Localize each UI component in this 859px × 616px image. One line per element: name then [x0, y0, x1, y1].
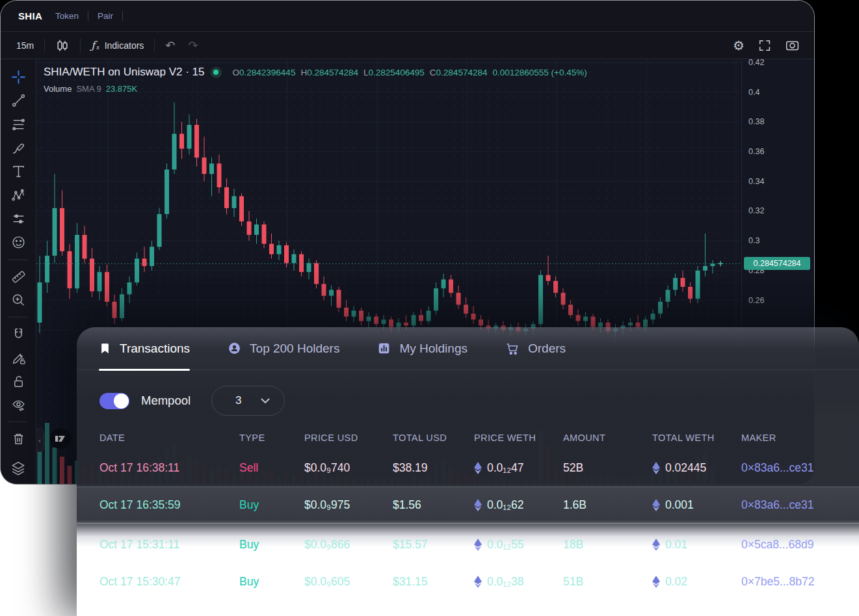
divider — [122, 11, 123, 21]
draw-lock-tool[interactable] — [9, 349, 27, 366]
ruler-tool[interactable] — [9, 267, 27, 285]
price-tick: 0.4 — [748, 88, 760, 97]
table-row[interactable]: Oct 17 16:38:11 Sell $0.0₉740 $38.19 0.0… — [77, 449, 859, 487]
emoji-tool[interactable] — [9, 234, 27, 251]
hide-drawings-tool[interactable] — [9, 396, 27, 414]
zoom-in-tool[interactable] — [9, 291, 27, 309]
col-amount[interactable]: AMOUNT — [563, 433, 652, 443]
chevron-down-icon — [261, 398, 270, 404]
holders-badge-icon — [228, 341, 241, 355]
table-row[interactable]: Oct 17 15:30:47 Buy $0.0₉605 $31.15 0.0₁… — [77, 563, 859, 600]
fullscreen-icon[interactable] — [758, 38, 772, 53]
tab-token[interactable]: Token — [55, 11, 79, 21]
price-tick: 0.32 — [748, 206, 764, 215]
remove-drawings-tool[interactable] — [9, 430, 27, 448]
undo-button[interactable]: ↶ — [159, 38, 181, 53]
volume-legend: Volume SMA 9 23.875K — [44, 84, 137, 94]
chart-toolbar: 15m ƒx Indicators ↶ ↷ ⚙ — [1, 32, 814, 59]
brush-tool[interactable] — [9, 139, 27, 157]
change-value: 0.0012860555 (+0.45%) — [492, 68, 587, 77]
object-tree-tool[interactable] — [9, 460, 27, 477]
tradingview-logo — [49, 427, 72, 449]
eth-icon — [652, 539, 660, 551]
pair-title: SHIA/WETH on Uniswap V2 · 15 — [44, 66, 205, 79]
tab-transactions[interactable]: Transactions — [99, 327, 190, 369]
col-price-usd[interactable]: PRICE USD — [304, 433, 393, 443]
panel-tabs: Transactions Top 200 Holders My Holdings… — [77, 327, 859, 370]
tab-my-holdings[interactable]: My Holdings — [377, 327, 468, 369]
col-date[interactable]: DATE — [99, 433, 239, 443]
pattern-xabcd-tool[interactable] — [9, 187, 27, 204]
price-tick: 0.38 — [748, 117, 764, 126]
fib-lines-tool[interactable] — [9, 116, 27, 133]
col-total-usd[interactable]: TOTAL USD — [393, 433, 474, 443]
prediction-tool[interactable] — [9, 210, 27, 228]
price-tick: 0.42 — [748, 58, 764, 67]
col-type[interactable]: TYPE — [239, 433, 304, 443]
rows-count-select[interactable]: 3 — [211, 386, 285, 416]
price-tick: 0.26 — [748, 296, 764, 305]
chart-legend: SHIA/WETH on Uniswap V2 · 15 O0.28423964… — [44, 66, 587, 79]
holdings-chart-icon — [377, 341, 391, 355]
market-status-icon[interactable] — [211, 67, 222, 78]
mempool-label: Mempool — [141, 394, 191, 408]
title-bar: SHIA Token Pair — [1, 1, 814, 32]
panel-controls: Mempool 3 — [99, 386, 859, 416]
maker-address-link[interactable]: 0×5ca8...68d9 — [741, 538, 849, 552]
tab-pair[interactable]: Pair — [98, 11, 113, 21]
col-price-weth[interactable]: PRICE WETH — [474, 433, 563, 443]
eth-icon — [474, 539, 482, 551]
candles-icon — [55, 38, 70, 53]
bookmark-icon — [99, 341, 111, 355]
table-row[interactable]: Oct 17 15:31:11 Buy $0.0₉866 $15.57 0.0₁… — [77, 526, 859, 563]
mempool-toggle[interactable] — [99, 393, 129, 409]
eth-icon — [652, 576, 660, 588]
price-tick: 0.3 — [748, 236, 760, 245]
maker-address-link[interactable]: 0×83a6...ce31 — [741, 498, 849, 512]
fx-icon: ƒ — [91, 39, 95, 51]
maker-address-link[interactable]: 0×83a6...ce31 — [741, 461, 849, 475]
table-row[interactable]: Oct 17 16:35:59 Buy $0.0₉975 $1.56 0.0₁₂… — [77, 487, 859, 524]
lock-open-tool[interactable] — [9, 373, 27, 390]
tab-top-holders[interactable]: Top 200 Holders — [228, 327, 339, 369]
eth-icon — [474, 499, 482, 511]
camera-icon[interactable] — [785, 38, 800, 53]
crosshair-tool[interactable] — [9, 68, 27, 86]
divider — [44, 38, 45, 53]
divider — [8, 422, 28, 422]
redo-button[interactable]: ↷ — [181, 38, 204, 53]
ohlc-values: O0.2842396445 H0.284574284 L0.2825406495… — [233, 68, 587, 77]
divider — [8, 317, 28, 317]
eth-icon — [652, 462, 660, 474]
tab-orders[interactable]: Orders — [505, 327, 566, 369]
token-symbol: SHIA — [18, 10, 42, 21]
drawing-toolbar — [1, 59, 36, 484]
settings-gear-icon[interactable]: ⚙ — [733, 38, 745, 53]
eth-icon — [474, 576, 482, 588]
price-tick: 0.34 — [748, 177, 764, 186]
eth-icon — [474, 462, 482, 474]
magnet-tool[interactable] — [9, 325, 27, 343]
divider — [154, 38, 155, 53]
indicators-button[interactable]: ƒx Indicators — [85, 39, 150, 51]
col-maker[interactable]: MAKER — [741, 433, 849, 443]
text-tool[interactable] — [9, 163, 27, 180]
col-total-weth[interactable]: TOTAL WETH — [652, 433, 741, 443]
divider — [8, 260, 28, 260]
candle-style-button[interactable] — [49, 38, 76, 53]
table-header: DATE TYPE PRICE USD TOTAL USD PRICE WETH… — [77, 426, 859, 449]
maker-address-link[interactable]: 0×7be5...8b72 — [741, 575, 849, 589]
eth-icon — [652, 499, 660, 511]
price-tick: 0.36 — [748, 147, 764, 156]
cart-icon — [505, 341, 520, 356]
volume-value: 23.875K — [106, 84, 137, 94]
divider — [80, 38, 81, 53]
current-price-badge: 0.284574284 — [744, 257, 810, 270]
indicators-label: Indicators — [105, 40, 144, 51]
interval-button[interactable]: 15m — [10, 40, 40, 51]
divider — [88, 11, 88, 21]
collapse-drawbar-chevron[interactable]: ‹ — [36, 429, 44, 452]
trendline-tool[interactable] — [9, 92, 27, 109]
transactions-panel: Transactions Top 200 Holders My Holdings… — [77, 327, 859, 616]
